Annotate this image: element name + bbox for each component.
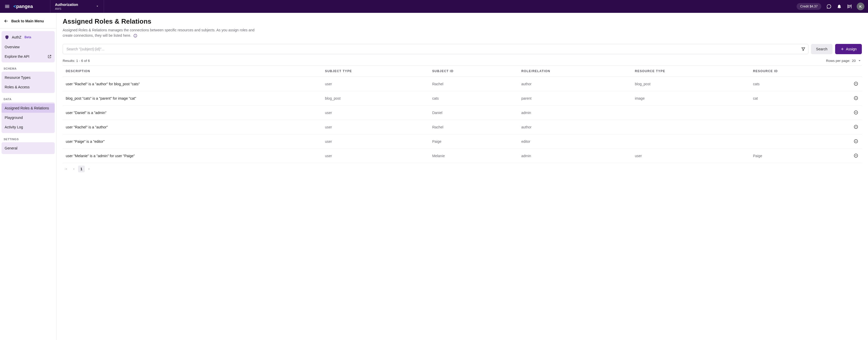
- info-icon[interactable]: [133, 34, 137, 38]
- table-row: user "Daniel" is a "admin"userDanieladmi…: [63, 105, 862, 120]
- sidebar-item-general[interactable]: General: [2, 144, 55, 153]
- remove-icon: [854, 82, 858, 86]
- cell-description: user "Rachel" is a "author" for blog_pos…: [63, 77, 322, 91]
- external-link-icon: [48, 55, 52, 59]
- search-button[interactable]: Search: [811, 44, 833, 54]
- cell-resource_type: user: [632, 149, 750, 163]
- table-row: blog_post "cats" is a "parent" for image…: [63, 91, 862, 105]
- remove-row-button[interactable]: [853, 95, 859, 101]
- cell-subject_id: Paige: [429, 134, 518, 149]
- beta-badge: Beta: [24, 35, 31, 39]
- cell-subject_id: Melanie: [429, 149, 518, 163]
- pager: 1: [63, 166, 862, 172]
- page-next[interactable]: [86, 166, 92, 172]
- col-resource-id: Resource ID: [750, 66, 850, 77]
- product-name: AuthZ: [12, 35, 21, 39]
- cell-role: admin: [518, 105, 632, 120]
- col-subject-type: Subject Type: [322, 66, 429, 77]
- sidebar-item-explore-api[interactable]: Explore the API: [2, 52, 55, 61]
- cell-resource_id: Paige: [750, 149, 850, 163]
- remove-row-button[interactable]: [853, 138, 859, 144]
- cell-description: user "Rachel" is a "author": [63, 120, 322, 134]
- filter-button[interactable]: [800, 45, 807, 53]
- cell-subject_type: blog_post: [322, 91, 429, 105]
- col-description: Description: [63, 66, 322, 77]
- cell-description: user "Paige" is a "editor": [63, 134, 322, 149]
- table-row: user "Melanie" is a "admin" for user "Pa…: [63, 149, 862, 163]
- cell-role: author: [518, 120, 632, 134]
- remove-icon: [854, 153, 858, 158]
- sidebar-item-roles-access[interactable]: Roles & Access: [2, 83, 55, 92]
- results-count: Results: 1 - 6 of 6: [63, 59, 90, 63]
- plus-icon: [840, 47, 844, 51]
- cell-subject_type: user: [322, 134, 429, 149]
- remove-row-button[interactable]: [853, 110, 859, 115]
- cell-subject_id: cats: [429, 91, 518, 105]
- cell-subject_id: Rachel: [429, 120, 518, 134]
- cell-resource_id: [750, 120, 850, 134]
- docs-icon: [847, 4, 852, 9]
- svg-text:<pangea: <pangea: [13, 4, 33, 9]
- notifications-button[interactable]: [835, 2, 843, 10]
- cell-role: admin: [518, 149, 632, 163]
- cell-subject_id: Rachel: [429, 77, 518, 91]
- docs-button[interactable]: [845, 2, 854, 10]
- remove-row-button[interactable]: [853, 124, 859, 130]
- sidebar-item-resource-types[interactable]: Resource Types: [2, 73, 55, 82]
- sidebar: Back to Main Menu AuthZ Beta Overview Ex…: [0, 13, 57, 340]
- assign-button[interactable]: Assign: [835, 44, 862, 54]
- remove-row-button[interactable]: [853, 81, 859, 87]
- chat-button[interactable]: [825, 2, 833, 10]
- back-to-main[interactable]: Back to Main Menu: [0, 14, 56, 29]
- avatar[interactable]: K: [857, 3, 864, 10]
- cell-resource_id: [750, 134, 850, 149]
- logo[interactable]: <pangea: [13, 4, 46, 9]
- rows-per-page-select[interactable]: Rows per page: 20: [826, 58, 862, 63]
- hamburger-icon: [4, 4, 10, 9]
- pangea-logo-icon: <pangea: [13, 4, 46, 9]
- remove-icon: [854, 96, 858, 100]
- cell-resource_id: cats: [750, 77, 850, 91]
- table-row: user "Rachel" is a "author" for blog_pos…: [63, 77, 862, 91]
- shield-icon: [5, 35, 9, 39]
- sidebar-heading-schema: SCHEMA: [0, 62, 56, 72]
- sidebar-item-assigned[interactable]: Assigned Roles & Relations: [2, 103, 55, 113]
- page-number[interactable]: 1: [78, 166, 85, 172]
- search-input[interactable]: [63, 44, 808, 54]
- cell-resource_id: cat: [750, 91, 850, 105]
- cell-description: user "Melanie" is a "admin" for user "Pa…: [63, 149, 322, 163]
- sidebar-item-playground[interactable]: Playground: [2, 113, 55, 122]
- chevron-left-icon: [72, 167, 76, 171]
- cell-subject_id: Daniel: [429, 105, 518, 120]
- cell-subject_type: user: [322, 120, 429, 134]
- cell-subject_type: user: [322, 149, 429, 163]
- cell-resource_type: image: [632, 91, 750, 105]
- remove-icon: [854, 139, 858, 144]
- sidebar-item-activity-log[interactable]: Activity Log: [2, 123, 55, 132]
- cell-role: parent: [518, 91, 632, 105]
- cell-role: editor: [518, 134, 632, 149]
- cell-description: user "Daniel" is a "admin": [63, 105, 322, 120]
- col-role: Role/Relation: [518, 66, 632, 77]
- page-prev[interactable]: [70, 166, 77, 172]
- project-selector[interactable]: Authorization AWS: [50, 0, 104, 13]
- chat-icon: [827, 4, 832, 9]
- page-description: Assigned Roles & Relations manages the c…: [63, 28, 258, 38]
- sidebar-item-overview[interactable]: Overview: [2, 42, 55, 52]
- remove-icon: [854, 110, 858, 115]
- cell-subject_type: user: [322, 105, 429, 120]
- remove-row-button[interactable]: [853, 153, 859, 158]
- first-page-icon: [64, 167, 68, 171]
- dropdown-arrow-icon: [857, 58, 862, 63]
- cell-resource_type: [632, 120, 750, 134]
- back-label: Back to Main Menu: [11, 19, 44, 23]
- menu-toggle[interactable]: [2, 1, 12, 11]
- page-first[interactable]: [63, 166, 69, 172]
- sidebar-heading-data: DATA: [0, 93, 56, 102]
- project-subtitle: AWS: [55, 7, 78, 10]
- cell-resource_type: blog_post: [632, 77, 750, 91]
- credit-chip[interactable]: Credit $4.37: [797, 3, 821, 10]
- sidebar-product-authz[interactable]: AuthZ Beta: [2, 32, 55, 42]
- chevron-right-icon: [87, 167, 91, 171]
- table-row: user "Rachel" is a "author"userRachelaut…: [63, 120, 862, 134]
